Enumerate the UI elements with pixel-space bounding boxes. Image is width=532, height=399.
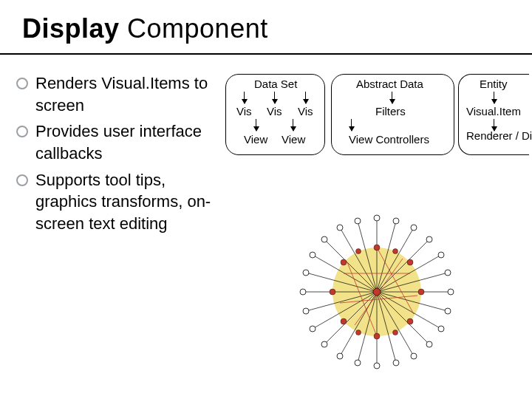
- label-vis: Vis: [267, 105, 282, 117]
- svg-point-61: [300, 289, 306, 295]
- svg-point-33: [418, 289, 424, 295]
- svg-point-52: [426, 341, 432, 347]
- svg-point-39: [393, 249, 398, 254]
- svg-point-44: [393, 218, 399, 224]
- radial-graph-figure: [299, 214, 454, 369]
- arrow-down-icon: [274, 92, 275, 103]
- title-rest: Component: [120, 13, 268, 44]
- svg-point-62: [303, 270, 309, 276]
- bullet-list: Renders Visual.Items to screen Provides …: [16, 72, 227, 239]
- label-renderer-display: Renderer / Display: [466, 130, 532, 143]
- list-item: Supports tool tips, graphics transforms,…: [16, 169, 227, 235]
- svg-point-56: [355, 360, 361, 366]
- svg-point-58: [321, 341, 327, 347]
- svg-point-45: [411, 225, 417, 231]
- label-view-controllers: View Controllers: [349, 133, 429, 146]
- slide: Display Component Renders Visual.Items t…: [0, 0, 532, 399]
- label-dataset: Data Set: [254, 78, 297, 90]
- svg-point-60: [303, 308, 309, 314]
- bullet-text: Provides user interface callbacks: [35, 120, 227, 164]
- label-view: View: [282, 133, 305, 146]
- svg-point-47: [438, 252, 444, 258]
- label-filters: Filters: [375, 105, 406, 117]
- bullet-text: Renders Visual.Items to screen: [35, 72, 227, 116]
- bullet-icon: [16, 174, 28, 186]
- svg-point-32: [407, 259, 413, 265]
- svg-point-66: [355, 218, 361, 224]
- svg-point-42: [356, 330, 361, 335]
- svg-point-49: [448, 289, 454, 295]
- svg-point-48: [445, 270, 451, 276]
- svg-point-34: [407, 318, 413, 324]
- svg-point-37: [330, 289, 335, 295]
- svg-point-63: [310, 252, 316, 258]
- svg-point-31: [374, 245, 380, 250]
- label-abstract-data: Abstract Data: [356, 78, 423, 90]
- label-vis: Vis: [236, 105, 252, 117]
- svg-point-51: [438, 326, 444, 332]
- label-entity: Entity: [480, 78, 508, 90]
- bullet-icon: [16, 78, 28, 89]
- svg-point-57: [337, 353, 343, 359]
- svg-point-50: [445, 308, 451, 314]
- title-bold: Display: [22, 13, 120, 44]
- bullet-icon: [16, 126, 28, 137]
- svg-point-46: [426, 236, 432, 242]
- svg-point-53: [411, 353, 417, 359]
- svg-point-38: [341, 259, 347, 265]
- svg-point-59: [310, 326, 316, 332]
- label-vis: Vis: [298, 105, 313, 117]
- list-item: Renders Visual.Items to screen: [16, 72, 227, 116]
- list-item: Provides user interface callbacks: [16, 120, 227, 164]
- arrow-down-icon: [244, 92, 245, 103]
- svg-point-41: [393, 330, 398, 335]
- svg-point-43: [374, 215, 380, 221]
- svg-point-40: [356, 249, 361, 254]
- arrow-down-icon: [256, 119, 256, 131]
- svg-point-65: [337, 225, 343, 231]
- label-view: View: [244, 133, 267, 146]
- slide-title: Display Component: [22, 13, 268, 44]
- svg-point-67: [373, 288, 381, 296]
- svg-point-64: [321, 236, 327, 242]
- title-underline: [0, 53, 532, 55]
- arrow-down-icon: [293, 119, 293, 131]
- arrow-down-icon: [305, 92, 306, 103]
- svg-point-35: [374, 333, 380, 339]
- arrow-down-icon: [494, 92, 494, 103]
- bullet-text: Supports tool tips, graphics transforms,…: [35, 169, 227, 235]
- svg-point-54: [393, 360, 399, 366]
- arrow-down-icon: [351, 119, 352, 131]
- arrow-down-icon: [392, 92, 392, 103]
- label-visualitem: Visual.Item: [466, 105, 521, 117]
- svg-point-55: [374, 363, 380, 369]
- svg-point-36: [341, 318, 347, 324]
